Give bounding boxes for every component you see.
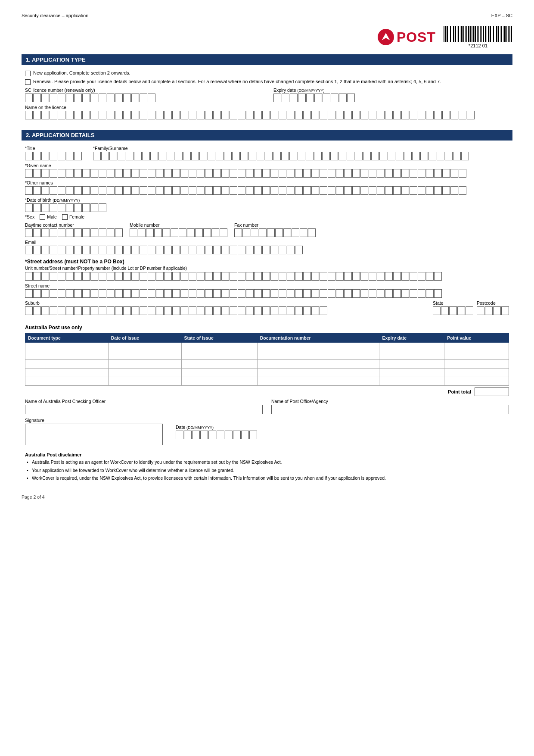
name-licence-cells <box>25 111 509 119</box>
section2-body: *Title *Family/Surname *Given name *Othe… <box>22 144 512 321</box>
expiry-group: Expiry date (DD/MM/YYYY) <box>273 87 509 102</box>
ap-table-header-row: Document type Date of issue State of iss… <box>25 334 509 343</box>
new-application-checkbox[interactable] <box>25 71 31 76</box>
dob-sex-area: *Date of birth (DD/MM/YYYY) <box>25 197 509 212</box>
email-cells <box>25 246 509 254</box>
section2-header: 2. APPLICATION DETAILS <box>22 130 512 141</box>
disclaimer-section: Australia Post disclaimer Australia Post… <box>22 452 512 481</box>
mobile-label: Mobile number <box>130 222 227 228</box>
header-left: Security clearance – application <box>22 13 88 18</box>
date-cells <box>176 431 257 439</box>
given-name-cells <box>25 169 509 178</box>
date-label: Date (DD/MM/YYYY) <box>176 425 257 430</box>
other-names-group: *Other names <box>25 180 509 195</box>
page-footer: Page 2 of 4 <box>22 494 512 500</box>
post-text: POST <box>397 29 436 45</box>
sex-label: *Sex <box>25 214 34 219</box>
unit-cells-row <box>25 272 509 281</box>
fax-cells <box>234 228 316 237</box>
sex-row: *Sex Male Female <box>25 214 509 220</box>
svg-rect-41 <box>508 26 509 42</box>
svg-rect-21 <box>475 26 476 42</box>
daytime-group: Daytime contact number <box>25 222 123 237</box>
family-surname-label: *Family/Surname <box>93 146 509 151</box>
svg-rect-35 <box>498 26 499 42</box>
renewal-label: Renewal. Please provide your licence det… <box>33 79 441 84</box>
svg-rect-30 <box>490 26 491 42</box>
postcode-label: Postcode <box>477 300 509 306</box>
sig-date-row: Signature Date (DD/MM/YYYY) <box>25 418 509 445</box>
street-name-group: Street name <box>25 283 509 298</box>
svg-rect-22 <box>477 26 478 42</box>
barcode-icon <box>444 26 512 42</box>
signature-box[interactable] <box>25 424 163 445</box>
svg-rect-36 <box>500 26 500 42</box>
expiry-label: Expiry date (DD/MM/YYYY) <box>273 87 509 93</box>
checking-officer-label: Name of Australia Post Checking Officer <box>25 399 263 404</box>
suburb-group: Suburb <box>25 300 429 315</box>
section1: 1. APPLICATION TYPE New application. Com… <box>22 54 512 124</box>
page-number: Page 2 of 4 <box>22 494 45 500</box>
renewal-row: Renewal. Please provide your licence det… <box>25 79 509 85</box>
svg-rect-14 <box>463 26 464 42</box>
svg-rect-13 <box>461 26 463 42</box>
svg-rect-3 <box>445 26 446 42</box>
mobile-cells <box>130 228 227 237</box>
dob-label: *Date of birth (DD/MM/YYYY) <box>25 197 106 203</box>
svg-rect-5 <box>449 26 449 42</box>
street-address-heading: *Street address (must NOT be a PO Box) <box>25 259 509 265</box>
list-item: Australia Post is acting as an agent for… <box>32 459 509 465</box>
point-total-label: Point total <box>448 389 471 394</box>
section1-body: New application. Complete section 2 onwa… <box>22 69 512 124</box>
dob-format: (DD/MM/YYYY) <box>53 198 80 203</box>
checking-officer-group: Name of Australia Post Checking Officer <box>25 399 263 414</box>
renewal-checkbox[interactable] <box>25 79 31 85</box>
svg-rect-8 <box>453 26 454 42</box>
mobile-group: Mobile number <box>130 222 227 237</box>
list-item: Your application will be forwarded to Wo… <box>32 467 509 474</box>
barcode-number: *2112 01 <box>469 43 487 48</box>
suburb-state-postcode-row: Suburb State Postcode <box>25 300 509 315</box>
australia-post-section: Australia Post use only Document type Da… <box>22 325 512 445</box>
point-total-box[interactable] <box>475 387 509 396</box>
signature-group: Signature <box>25 418 163 445</box>
state-label: State <box>433 300 473 306</box>
svg-rect-33 <box>495 26 495 42</box>
svg-rect-12 <box>460 26 460 42</box>
fax-group: Fax number <box>234 222 316 237</box>
given-name-label: *Given name <box>25 163 509 168</box>
ap-col-point-value: Point value <box>444 334 509 343</box>
sc-licence-row: SC licence number (renewals only) Expiry… <box>25 87 509 102</box>
svg-rect-43 <box>511 26 512 42</box>
svg-rect-34 <box>496 26 497 42</box>
post-office-input[interactable] <box>271 405 509 414</box>
surname-cells <box>93 152 509 160</box>
sex-female-checkbox[interactable] <box>62 214 68 220</box>
sex-male-checkbox[interactable] <box>40 214 45 220</box>
checking-officer-input[interactable] <box>25 405 263 414</box>
other-names-cells <box>25 186 509 195</box>
disclaimer-title: Australia Post disclaimer <box>25 452 509 457</box>
table-row <box>25 343 509 351</box>
svg-rect-38 <box>503 26 503 42</box>
male-label: Male <box>47 214 57 219</box>
post-office-label: Name of Post Office/Agency <box>271 399 509 404</box>
date-group: Date (DD/MM/YYYY) <box>176 425 257 439</box>
disclaimer-list: Australia Post is acting as an agent for… <box>25 459 509 481</box>
svg-rect-10 <box>457 26 457 42</box>
svg-rect-31 <box>492 26 492 42</box>
expiry-format: (DD/MM/YYYY) <box>297 88 324 93</box>
sc-licence-label: SC licence number (renewals only) <box>25 87 261 93</box>
list-item: WorkCover is required, under the NSW Exp… <box>32 475 509 481</box>
table-row <box>25 360 509 369</box>
surname-group: *Family/Surname <box>93 146 509 160</box>
suburb-label: Suburb <box>25 300 429 306</box>
svg-rect-23 <box>478 26 479 42</box>
name-licence-group: Name on the licence <box>25 105 509 119</box>
title-label: *Title <box>25 146 90 151</box>
svg-rect-18 <box>470 26 471 42</box>
australia-post-logo: POST <box>378 29 436 45</box>
table-row <box>25 351 509 360</box>
svg-rect-16 <box>466 26 467 42</box>
section2: 2. APPLICATION DETAILS *Title *Family/Su… <box>22 130 512 321</box>
